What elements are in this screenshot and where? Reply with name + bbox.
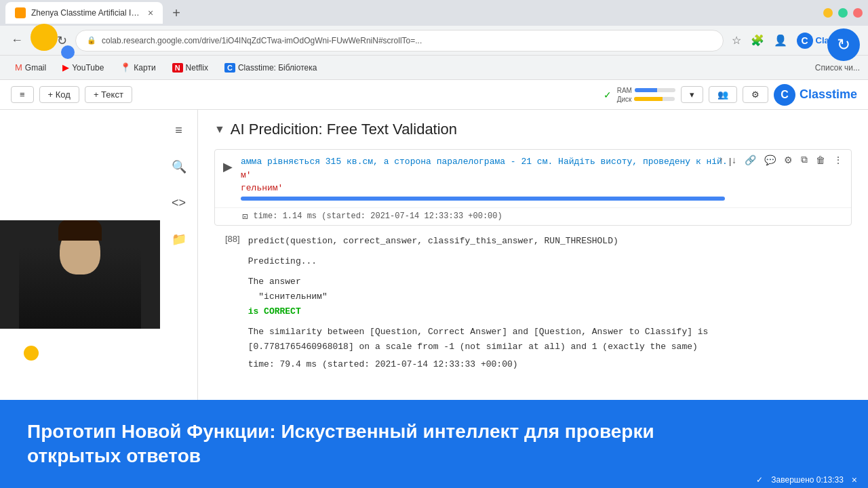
bookmarks-bar: M Gmail ▶ YouTube 📍 Карти N Netflix C Cl… bbox=[0, 56, 868, 80]
output-similarity-value: [0.7781765460968018] on a scale from -1 … bbox=[248, 340, 709, 354]
classtime-logo: C Classtime bbox=[774, 84, 857, 106]
output-answer-value: "існительним" bbox=[248, 289, 709, 304]
minimize-button[interactable] bbox=[823, 8, 833, 18]
more-button[interactable]: ⋮ bbox=[831, 153, 846, 167]
maximize-button[interactable] bbox=[838, 8, 848, 18]
bookmark-classtime[interactable]: C Classtime: Бібліотека bbox=[218, 60, 323, 75]
banner-line2: открытых ответов bbox=[27, 444, 654, 468]
cell-toolbar-1: ↑ ↓ 🔗 💬 ⚙ ⧉ 🗑 ⋮ bbox=[716, 152, 846, 167]
toolbar-left: ≡ + Код + Текст bbox=[11, 86, 132, 103]
output-icon: ⊡ bbox=[242, 211, 248, 222]
close-button[interactable] bbox=[853, 8, 863, 18]
back-button[interactable]: ← bbox=[8, 30, 26, 50]
browser-window: ↻ Zhenya Classtime Artificial Intelli...… bbox=[0, 0, 868, 488]
bookmarks-icon[interactable]: ☆ bbox=[729, 31, 744, 49]
tab-title: Zhenya Classtime Artificial Intelli... bbox=[31, 8, 140, 18]
status-text: Завершено 0:13:33 bbox=[771, 475, 843, 485]
youtube-icon: ▶ bbox=[62, 62, 69, 73]
refresh-icon[interactable]: ↻ bbox=[827, 28, 860, 61]
address-bar[interactable]: 🔒 colab.research.google.com/drive/1iO4IN… bbox=[75, 30, 724, 52]
add-text-button[interactable]: + Текст bbox=[85, 86, 132, 103]
bookmark-classtime-label: Classtime: Бібліотека bbox=[238, 63, 317, 73]
cell-code-line2: м' bbox=[241, 169, 846, 182]
webcam-overlay bbox=[0, 220, 160, 329]
cell-code-line3: гельним' bbox=[241, 182, 846, 195]
cell-number: [88] bbox=[225, 234, 240, 244]
maps-icon: 📍 bbox=[120, 62, 131, 73]
url-text: colab.research.google.com/drive/1iO4INqZ… bbox=[102, 36, 422, 45]
output-time2: time: 79.4 ms (started: 2021-07-14 12:33… bbox=[248, 357, 709, 372]
profile-icon[interactable]: 👤 bbox=[771, 31, 790, 49]
tab-favicon bbox=[15, 7, 26, 18]
notebook-title: AI Predicition: Free Text Validation bbox=[231, 121, 457, 138]
notebook-header: ▼ AI Predicition: Free Text Validation bbox=[214, 121, 852, 138]
move-up-button[interactable]: ↑ bbox=[716, 153, 726, 167]
bookmark-netflix[interactable]: N Netflix bbox=[165, 60, 215, 75]
output-function-call: predict(question, correct_answer, classi… bbox=[248, 234, 709, 249]
active-tab[interactable]: Zhenya Classtime Artificial Intelli... × bbox=[5, 2, 163, 24]
delete-cell-button[interactable]: 🗑 bbox=[813, 153, 828, 167]
share-button[interactable]: 👥 bbox=[709, 86, 737, 103]
dot-yellow-middle bbox=[24, 346, 39, 361]
netflix-icon: N bbox=[172, 63, 183, 73]
move-down-button[interactable]: ↓ bbox=[729, 153, 739, 167]
sidebar-menu-icon[interactable]: ≡ bbox=[170, 118, 188, 143]
toolbar-right: ✓ RAM Диск ▾ 👥 ⚙ C Classtime bbox=[604, 84, 857, 106]
bookmark-gmail[interactable]: M Gmail bbox=[8, 60, 53, 75]
sidebar-folder-icon[interactable]: 📁 bbox=[166, 226, 192, 252]
add-code-button[interactable]: + Код bbox=[39, 86, 79, 103]
output-is-correct: is CORRECT bbox=[248, 304, 709, 319]
title-bar: Zhenya Classtime Artificial Intelli... ×… bbox=[0, 0, 868, 26]
bookmark-youtube[interactable]: ▶ YouTube bbox=[56, 60, 111, 75]
disk-label: Диск bbox=[617, 96, 632, 103]
person-silhouette bbox=[0, 220, 160, 329]
new-tab-button[interactable]: + bbox=[167, 5, 186, 21]
cell-time-text: time: 1.14 ms (started: 2021-07-14 12:33… bbox=[253, 211, 502, 221]
bookmark-maps[interactable]: 📍 Карти bbox=[113, 60, 162, 75]
output-answer-label: The answer bbox=[248, 274, 709, 289]
output-cell-1: [88] predict(question, correct_answer, c… bbox=[214, 234, 852, 373]
code-scrollbar[interactable] bbox=[241, 197, 725, 201]
link-button[interactable]: 🔗 bbox=[742, 153, 759, 167]
bookmark-youtube-label: YouTube bbox=[72, 63, 104, 73]
section-collapse-arrow[interactable]: ▼ bbox=[214, 123, 225, 136]
ram-expand-button[interactable]: ▾ bbox=[681, 86, 703, 103]
extensions-icon[interactable]: 🧩 bbox=[748, 31, 767, 49]
bookmark-netflix-label: Netflix bbox=[186, 63, 208, 73]
dot-yellow-top-left bbox=[31, 24, 58, 51]
window-controls bbox=[823, 8, 863, 18]
sidebar-code-icon[interactable]: <> bbox=[166, 190, 191, 216]
code-cell-1: ↑ ↓ 🔗 💬 ⚙ ⧉ 🗑 ⋮ ▶ амма рівняється 315 кв… bbox=[214, 149, 852, 226]
menu-toggle-button[interactable]: ≡ bbox=[11, 86, 34, 103]
tab-close-button[interactable]: × bbox=[148, 7, 153, 18]
copy-cell-button[interactable]: ⧉ bbox=[798, 152, 810, 167]
comment-button[interactable]: 💬 bbox=[762, 153, 778, 167]
run-cell-button[interactable]: ▶ bbox=[220, 157, 235, 177]
classtime-logo-icon: C bbox=[774, 84, 795, 106]
output-code-block: predict(question, correct_answer, classi… bbox=[248, 234, 709, 373]
notebook-toolbar: ≡ + Код + Текст ✓ RAM Диск ▾ 👥 ⚙ C bbox=[0, 80, 868, 110]
gmail-icon: M bbox=[15, 62, 22, 73]
dot-blue-top-left bbox=[61, 45, 75, 59]
cell-output-1: ⊡ time: 1.14 ms (started: 2021-07-14 12:… bbox=[215, 207, 851, 225]
sidebar-search-icon[interactable]: 🔍 bbox=[166, 154, 192, 180]
banner-text: Прототип Новой Функции: Искуственный инт… bbox=[27, 420, 654, 469]
status-close-button[interactable]: × bbox=[852, 474, 857, 485]
navigation-bar: ← → ↻ 🔒 colab.research.google.com/drive/… bbox=[0, 26, 868, 56]
output-similarity-text: The similarity between [Question, Correc… bbox=[248, 325, 709, 340]
ram-label: RAM bbox=[617, 87, 632, 94]
bookmark-maps-label: Карти bbox=[134, 63, 155, 73]
banner-line1: Прототип Новой Функции: Искуственный инт… bbox=[27, 420, 654, 444]
output-predicting: Predicting... bbox=[248, 254, 709, 269]
check-icon: ✓ bbox=[756, 475, 763, 485]
status-bar: ✓ Завершено 0:13:33 × bbox=[0, 472, 868, 488]
settings-cell-button[interactable]: ⚙ bbox=[781, 153, 795, 167]
classtime-icon: C bbox=[224, 63, 235, 73]
settings-button[interactable]: ⚙ bbox=[743, 86, 768, 103]
bookmark-gmail-label: Gmail bbox=[25, 63, 46, 73]
ram-disk-widget: RAM Диск bbox=[617, 87, 675, 103]
